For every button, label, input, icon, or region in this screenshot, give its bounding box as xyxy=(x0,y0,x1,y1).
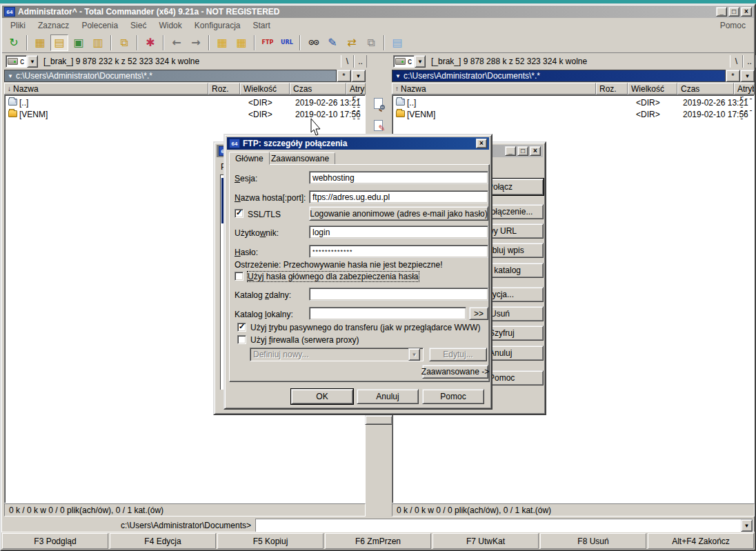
firewall-checkbox[interactable] xyxy=(237,335,246,344)
column-header-nazwa[interactable]: ↑Nazwa xyxy=(392,83,596,94)
remote-dir-input[interactable] xyxy=(309,288,488,301)
passive-mode-label[interactable]: Użyj trybu pasywnego do transferu (jak w… xyxy=(250,323,480,332)
maximize-button[interactable]: □ xyxy=(728,7,739,17)
f7-button[interactable]: F7 UtwKat xyxy=(432,533,539,549)
command-input[interactable] xyxy=(256,519,741,532)
altf4-button[interactable]: Alt+F4 Zakończ xyxy=(648,533,754,549)
column-header-roz[interactable]: Roz. xyxy=(208,83,240,94)
right-star-button[interactable]: * xyxy=(726,70,740,82)
column-header-wielkosc[interactable]: Wielkość xyxy=(628,83,677,94)
ok-button[interactable]: OK xyxy=(291,389,353,404)
right-drive-dropdown[interactable]: ▼ xyxy=(415,55,426,68)
column-header-wielkosc[interactable]: Wielkość xyxy=(240,83,290,94)
compare-icon[interactable]: ⧉ xyxy=(362,34,380,51)
multi-rename-icon[interactable]: ✎ xyxy=(324,34,341,51)
maximize-button[interactable]: □ xyxy=(517,146,528,156)
file-row-venm[interactable]: [VENM] <DIR> 2019-02-10 17:56 ---- xyxy=(6,108,364,120)
ssl-label[interactable]: SSL/TLS xyxy=(248,210,281,219)
menu-siec[interactable]: Sieć xyxy=(125,19,152,32)
column-header-atryb[interactable]: Atryb xyxy=(734,83,755,94)
f4-button[interactable]: F4 Edycja xyxy=(110,533,216,549)
f5-button[interactable]: F5 Kopiuj xyxy=(217,533,324,549)
ftp-details-dialog-title-bar[interactable]: 64 FTP: szczegóły połączenia × xyxy=(227,137,489,150)
unpack-icon[interactable]: ▦ xyxy=(232,34,250,51)
anonymous-login-button[interactable]: Logowanie anonimowe (adres e-mail jako h… xyxy=(309,206,488,221)
new-connection-button[interactable]: połączenie... xyxy=(484,204,544,219)
edit-button[interactable]: dycja... xyxy=(484,287,544,302)
command-history-dropdown[interactable]: ▼ xyxy=(741,519,753,532)
back-icon[interactable]: ← xyxy=(168,34,186,51)
left-star-button[interactable]: * xyxy=(337,70,351,82)
connect-button[interactable]: Połącz xyxy=(484,179,544,195)
file-row-up[interactable]: ↑ [..] <DIR> 2019-02-26 13:21 r--- xyxy=(393,97,753,108)
cancel-button[interactable]: Anuluj xyxy=(484,345,544,361)
left-root-button[interactable]: \ xyxy=(341,55,354,68)
column-header-roz[interactable]: Roz. xyxy=(596,83,628,94)
menu-widok[interactable]: Widok xyxy=(153,19,187,32)
thumbnails-view-icon[interactable]: ▣ xyxy=(70,34,88,51)
tree-view-icon[interactable]: ▥ xyxy=(89,34,107,51)
quick-view-button[interactable] xyxy=(370,95,386,112)
right-path-bar[interactable]: ▼ c:\Users\Administrator\Documents\*.* xyxy=(392,70,726,82)
password-input[interactable]: ************* xyxy=(309,245,488,258)
new-folder-button[interactable]: y katalog xyxy=(484,263,544,278)
left-drive-dropdown[interactable]: ▼ xyxy=(27,55,38,68)
splitter-grip[interactable] xyxy=(365,415,392,425)
duplicate-entry-button[interactable]: ubluj wpis xyxy=(484,243,544,258)
column-header-czas[interactable]: Czas xyxy=(290,83,346,94)
local-dir-input[interactable] xyxy=(309,307,466,320)
session-input[interactable]: webhosting xyxy=(309,171,488,184)
brief-view-icon[interactable]: ▦ xyxy=(31,34,49,51)
ftp-url-icon[interactable]: URL xyxy=(278,34,296,51)
tab-glowne[interactable]: Główne xyxy=(229,152,270,165)
host-input[interactable]: ftps://adres.ug.edu.pl xyxy=(309,190,488,203)
advanced-button[interactable]: Zaawansowane -> xyxy=(422,365,488,379)
file-row-venm[interactable]: [VENM] <DIR> 2019-02-10 17:56 ---- xyxy=(393,108,753,120)
firewall-label[interactable]: Użyj firewalla (serwera proxy) xyxy=(250,335,359,345)
left-drive-combo[interactable]: c ▼ xyxy=(6,55,38,68)
menu-zaznacz[interactable]: Zaznacz xyxy=(32,19,74,32)
cancel-button[interactable]: Anuluj xyxy=(357,389,419,404)
user-input[interactable]: login xyxy=(309,226,488,239)
left-up-button[interactable]: .. xyxy=(354,55,367,68)
right-up-button[interactable]: .. xyxy=(743,55,756,68)
menu-pliki[interactable]: Pliki xyxy=(5,19,31,32)
ftp-connect-icon[interactable]: FTP xyxy=(259,34,277,51)
passive-mode-checkbox[interactable]: ✓ xyxy=(237,323,246,332)
right-history-button[interactable]: ▼ xyxy=(740,70,755,82)
forward-icon[interactable]: → xyxy=(187,34,205,51)
full-view-icon[interactable]: ▤ xyxy=(50,34,68,51)
master-password-checkbox[interactable] xyxy=(235,272,243,281)
right-drive-combo[interactable]: c ▼ xyxy=(393,55,426,68)
f6-button[interactable]: F6 ZmPrzen xyxy=(325,533,431,549)
find-files-icon[interactable]: ⊙⊙ xyxy=(304,34,322,51)
column-header-czas[interactable]: Czas xyxy=(677,83,734,94)
menu-start[interactable]: Start xyxy=(248,19,276,32)
right-root-button[interactable]: \ xyxy=(730,55,743,68)
left-history-button[interactable]: ▼ xyxy=(351,70,366,82)
browse-local-dir-button[interactable]: >> xyxy=(469,307,488,320)
new-url-button[interactable]: wy URL xyxy=(484,223,544,239)
close-button[interactable]: × xyxy=(530,146,541,156)
minimize-button[interactable]: _ xyxy=(505,146,516,156)
f3-button[interactable]: F3 Podgląd xyxy=(2,533,108,549)
delete-button[interactable]: Usuń xyxy=(484,306,544,321)
f8-button[interactable]: F8 Usuń xyxy=(540,533,646,549)
close-icon[interactable]: × xyxy=(476,139,487,148)
master-password-label[interactable]: Użyj hasła głównego dla zabezpieczenia h… xyxy=(248,272,419,281)
ssl-checkbox[interactable]: ✓ xyxy=(235,209,243,218)
menu-polecenia[interactable]: Polecenia xyxy=(76,19,123,32)
refresh-icon[interactable]: ↻ xyxy=(5,34,23,51)
help-button[interactable]: Pomoc xyxy=(484,370,544,385)
minimize-button[interactable]: _ xyxy=(716,7,727,17)
sync-dirs-icon[interactable]: ⇄ xyxy=(343,34,361,51)
quick-edit-button[interactable]: ✎ xyxy=(370,117,386,134)
file-row-up[interactable]: ↑ [..] <DIR> 2019-02-26 13:21 r--- xyxy=(6,97,364,108)
column-header-atryb[interactable]: Atryb xyxy=(346,83,366,94)
column-header-nazwa[interactable]: ↓Nazwa xyxy=(4,83,208,94)
pack-icon[interactable]: ▦ xyxy=(213,34,231,51)
menu-pomoc[interactable]: Pomoc xyxy=(715,19,751,32)
close-button[interactable]: × xyxy=(741,7,752,17)
tab-zaawansowane[interactable]: Zaawansowane xyxy=(265,152,335,165)
help-button[interactable]: Pomoc xyxy=(422,389,484,404)
